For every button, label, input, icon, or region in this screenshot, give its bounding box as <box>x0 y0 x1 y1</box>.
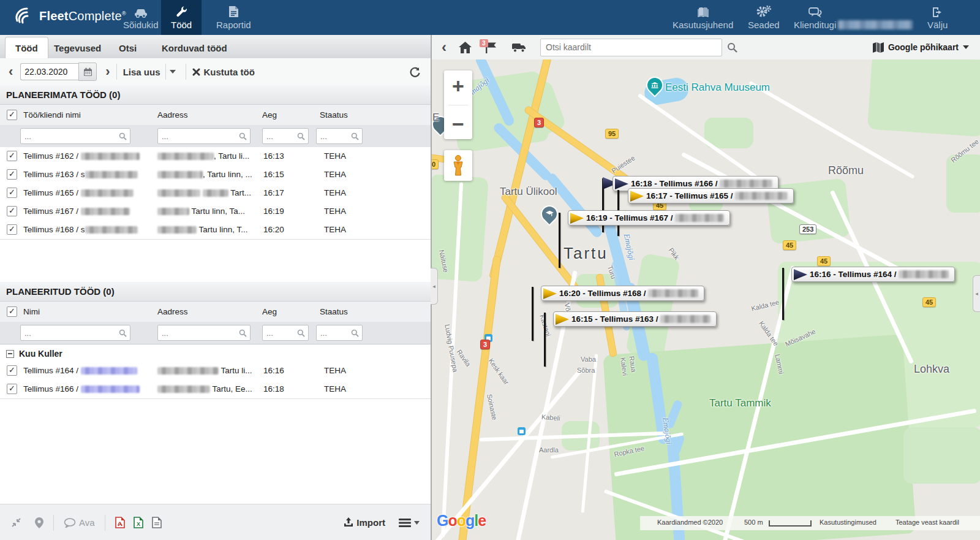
decor <box>654 85 655 87</box>
list-menu-button[interactable] <box>399 519 420 527</box>
fleetcomplete-logo[interactable]: FleetComplete® <box>13 6 126 26</box>
filter-time[interactable] <box>262 325 309 341</box>
add-new-button[interactable]: Lisa uus <box>123 67 160 77</box>
table-row[interactable]: ✓ Tellimus #165 / Tart... 16:17 TEHA <box>0 184 431 203</box>
row-checkbox[interactable]: ✓ <box>7 206 17 216</box>
open-chat-button[interactable]: Ava <box>64 517 95 528</box>
filter-status[interactable] <box>316 325 363 341</box>
select-all-checkbox[interactable]: ✓ <box>7 306 17 317</box>
unplanned-section-header[interactable]: PLANEERIMATA TÖÖD (0) <box>0 85 431 105</box>
transit-stop-icon[interactable] <box>518 427 526 435</box>
row-checkbox[interactable]: ✓ <box>7 188 17 198</box>
home-icon[interactable] <box>459 42 472 53</box>
col-status[interactable]: Staatus <box>320 110 348 120</box>
row-checkbox[interactable]: ✓ <box>7 365 17 376</box>
table-row[interactable]: ✓ Tellimus #162 / , Tartu li... 16:13 TE… <box>0 147 431 166</box>
col-name[interactable]: Töö/kliendi nimi <box>23 110 81 120</box>
map-label[interactable]: Eesti Rahva Muuseum <box>665 82 770 94</box>
collapse-group-icon[interactable] <box>6 350 14 358</box>
delete-job-button[interactable]: Kustuta töö <box>192 67 255 77</box>
filter-name[interactable] <box>20 128 130 144</box>
decor <box>120 330 125 335</box>
tab-tood[interactable]: Tööd <box>5 37 48 59</box>
group-row-kuu-kuller[interactable]: Kuu Kuller <box>6 349 62 359</box>
map-report-link[interactable]: Teatage veast kaardil <box>895 519 959 526</box>
row-checkbox[interactable]: ✓ <box>7 151 17 161</box>
refresh-icon[interactable] <box>409 66 421 78</box>
col-name[interactable]: Nimi <box>23 307 40 316</box>
tab-korduvad-tood[interactable]: Korduvad tööd <box>152 37 237 58</box>
table-row[interactable]: ✓ Tellimus #166 / Tartu, Ee... 16:18 TEH… <box>0 380 431 399</box>
tab-otsi[interactable]: Otsi <box>109 37 146 58</box>
map-label[interactable]: Tartu Tammik <box>709 397 771 409</box>
job-flag-label[interactable]: 16:19 - Tellimus #167 / <box>568 210 730 226</box>
calendar-icon[interactable] <box>78 63 97 81</box>
add-new-dropdown[interactable] <box>165 64 179 80</box>
basemap-selector[interactable]: Google põhikaart <box>873 42 969 53</box>
google-logo[interactable]: Google <box>437 512 486 530</box>
decor: 16:18 - Tellimus #166 / <box>631 179 718 188</box>
map-label[interactable]: Rõõmu <box>828 164 864 177</box>
table-row[interactable]: ✓ Tellimus #163 / s , Tartu linn, ... 16… <box>0 165 431 184</box>
table-row[interactable]: ✓ Tellimus #168 / s Tartu linn, T... 16:… <box>0 221 431 240</box>
job-flag-label[interactable]: 16:17 - Tellimus #165 / <box>628 188 794 203</box>
vehicles-on-map-button[interactable] <box>512 42 527 53</box>
col-status[interactable]: Staatus <box>320 307 348 316</box>
map-search-box[interactable] <box>540 39 722 56</box>
map-label[interactable]: Tartu <box>564 244 608 263</box>
map-back-button[interactable]: ‹ <box>442 40 447 55</box>
nav-item-logout[interactable]: Välju <box>918 0 957 35</box>
filter-address[interactable] <box>157 325 251 341</box>
row-checkbox[interactable]: ✓ <box>7 169 17 180</box>
table-row[interactable]: ✓ Tellimus #167 / Tartu linn, Ta... 16:1… <box>0 202 431 221</box>
decor <box>703 7 707 16</box>
filter-name[interactable] <box>20 325 130 341</box>
export-pdf-icon[interactable] <box>115 517 125 528</box>
select-all-checkbox[interactable]: ✓ <box>7 110 17 120</box>
col-address[interactable]: Aadress <box>157 110 188 120</box>
street-view-pegman[interactable] <box>444 150 472 181</box>
map-search-icon[interactable] <box>727 42 737 53</box>
export-doc-icon[interactable] <box>152 517 162 528</box>
nav-item-support[interactable]: Klienditugi <box>784 0 846 35</box>
zoom-in-button[interactable]: + <box>452 74 464 98</box>
map-search-input[interactable] <box>541 42 722 52</box>
map-terms-link[interactable]: Kasutustingimused <box>820 519 876 526</box>
nav-item-vehicles[interactable]: Sõidukid <box>113 0 168 35</box>
collapse-right-handle[interactable]: ◂ <box>973 275 980 312</box>
filter-status[interactable] <box>316 128 363 144</box>
export-excel-icon[interactable]: X <box>134 517 143 528</box>
filter-address[interactable] <box>157 128 251 144</box>
nav-item-reports[interactable]: Raportid <box>206 0 261 35</box>
map-label[interactable]: Tartu Ülikool <box>500 186 557 198</box>
collapse-panel-icon[interactable] <box>11 517 21 528</box>
date-input[interactable] <box>20 63 78 80</box>
decor: TEHA <box>324 151 346 161</box>
import-button[interactable]: Import <box>344 517 385 528</box>
nav-item-manual[interactable]: Kasutusjuhend <box>663 0 743 35</box>
col-address[interactable]: Aadress <box>157 307 188 316</box>
location-pin-icon[interactable] <box>35 517 43 528</box>
table-row[interactable]: ✓ Tellimus #164 / Tartu li... 16:16 TEHA <box>0 362 431 381</box>
row-checkbox[interactable]: ✓ <box>7 384 17 394</box>
planned-section-header[interactable]: PLANEERITUD TÖÖD (0) <box>0 282 431 302</box>
prev-day-button[interactable]: ‹ <box>9 65 13 78</box>
university-pin[interactable] <box>537 202 562 226</box>
nav-item-settings[interactable]: Seaded <box>738 0 790 35</box>
zoom-out-button[interactable]: − <box>452 112 464 136</box>
map-label[interactable]: Lohkva <box>914 363 949 376</box>
decor: X <box>134 517 143 528</box>
col-time[interactable]: Aeg <box>262 110 277 120</box>
filter-time[interactable] <box>262 128 309 144</box>
nav-item-jobs[interactable]: Tööd <box>161 0 202 35</box>
job-flag-label[interactable]: 16:15 - Tellimus #163 / <box>553 311 717 327</box>
next-day-button[interactable]: › <box>105 65 110 78</box>
collapse-left-panel-handle[interactable]: ◂ <box>431 268 438 305</box>
map-flags-button[interactable]: 3 <box>485 42 497 53</box>
col-time[interactable]: Aeg <box>262 307 277 316</box>
tab-tegevused[interactable]: Tegevused <box>44 37 111 58</box>
job-flag-label[interactable]: 16:16 - Tellimus #164 / <box>791 267 955 282</box>
row-checkbox[interactable]: ✓ <box>7 224 17 235</box>
map-canvas[interactable]: 3 95 45 253 45 45 45 3 40 Eesti Rahva Mu… <box>432 59 980 540</box>
job-flag-label[interactable]: 16:20 - Tellimus #168 / <box>541 286 704 301</box>
